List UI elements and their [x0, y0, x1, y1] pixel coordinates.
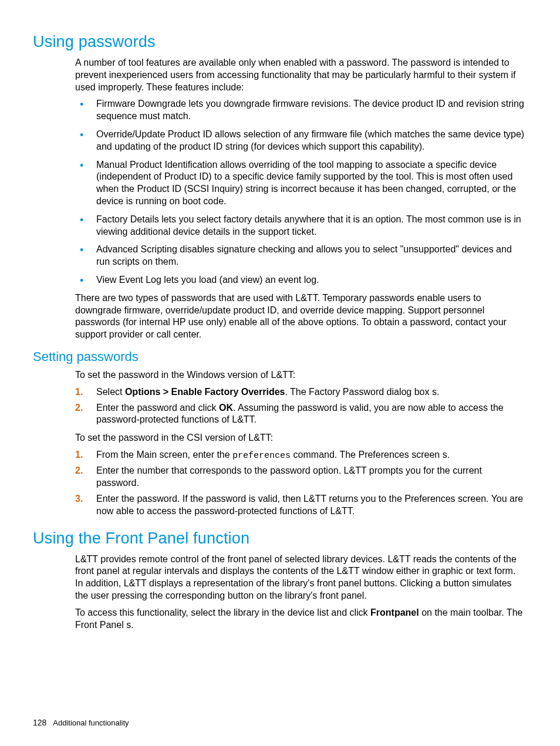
paragraph: A number of tool features are available … [75, 57, 525, 93]
paragraph: L&TT provides remote control of the fron… [75, 553, 525, 602]
text: . The Factory Password dialog box s. [285, 387, 439, 397]
paragraph: To access this functionality, select the… [75, 607, 525, 632]
list-item: Manual Product Identification allows ove… [75, 159, 525, 208]
text: command. The Preferences screen s. [291, 450, 450, 460]
bold-text: Frontpanel [370, 607, 419, 617]
mono-text: preferences [232, 451, 291, 461]
heading-setting-passwords: Setting passwords [33, 349, 527, 364]
text: To access this functionality, select the… [75, 607, 370, 617]
list-item: Enter the number that corresponds to the… [75, 465, 525, 490]
list-item: Factory Details lets you select factory … [75, 214, 525, 238]
page-footer: 128 Additional functionality [33, 718, 129, 727]
paragraph: There are two types of passwords that ar… [75, 292, 525, 341]
text: Select [96, 387, 125, 397]
list-item: Advanced Scripting disables signature ch… [75, 244, 525, 268]
list-item: Firmware Downgrade lets you downgrade fi… [75, 98, 525, 123]
text: From the Main screen, enter the [96, 450, 232, 460]
list-item: From the Main screen, enter the preferen… [75, 449, 525, 462]
steps-windows: Select Options > Enable Factory Override… [75, 386, 525, 426]
bold-text: OK [219, 403, 233, 413]
list-item: Override/Update Product ID allows select… [75, 129, 525, 153]
text: Enter the password and click [96, 403, 219, 413]
footer-title: Additional functionality [53, 718, 129, 727]
heading-front-panel: Using the Front Panel function [33, 529, 527, 548]
list-item: Enter the password and click OK. Assumin… [75, 402, 525, 427]
list-item: Select Options > Enable Factory Override… [75, 386, 525, 399]
list-item: View Event Log lets you load (and view) … [75, 274, 525, 286]
list-item: Enter the password. If the password is v… [75, 493, 525, 518]
bold-text: Options > Enable Factory Overrides [125, 387, 285, 397]
page-number: 128 [33, 718, 46, 727]
paragraph: To set the password in the Windows versi… [75, 369, 525, 382]
steps-csi: From the Main screen, enter the preferen… [75, 449, 525, 518]
feature-list: Firmware Downgrade lets you downgrade fi… [75, 98, 525, 286]
heading-using-passwords: Using passwords [33, 33, 527, 51]
paragraph: To set the password in the CSI version o… [75, 432, 525, 444]
